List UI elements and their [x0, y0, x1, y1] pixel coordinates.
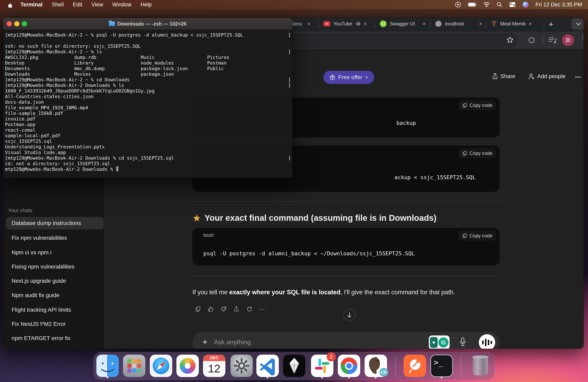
grammarly-extension-badge[interactable]: G	[429, 335, 450, 349]
tab-label: Swagger UI	[390, 21, 415, 27]
sidebar-chat-item[interactable]: Fixing npm vulnerabilities	[6, 261, 104, 273]
terminal-line: [mtp129@Mowebs-MacBook-Air-2 Downloads %…	[5, 82, 124, 88]
terminal-line: react-comal	[5, 127, 35, 133]
tab-localhost[interactable]: localhost ×	[435, 18, 482, 30]
safari-app-icon[interactable]	[150, 355, 172, 377]
conversation-more-icon[interactable]: •••	[575, 75, 581, 80]
copy-code-button[interactable]: Copy code	[459, 100, 496, 110]
folder-icon	[109, 21, 115, 26]
calendar-app-icon[interactable]: DEC 12	[203, 355, 225, 377]
tab-search-chevron-button[interactable]	[571, 18, 584, 30]
sidebar-chat-item[interactable]: Fix npm vulnerabilities	[6, 232, 104, 244]
menu-app-name[interactable]: Terminal	[21, 1, 42, 8]
tab-close-icon[interactable]: ×	[422, 21, 425, 27]
free-offer-label: Free offer	[338, 74, 362, 80]
tab-separator	[544, 22, 544, 28]
tab-security[interactable]: Secu ×	[291, 18, 310, 30]
code-fragment: ackup < ssjc_15SEPT25.SQL	[394, 174, 476, 180]
menu-clock[interactable]: Fri 12 Dec 3:35 PM	[535, 1, 582, 8]
apple-menu-icon[interactable]	[7, 1, 12, 8]
postman-app-icon[interactable]	[404, 355, 426, 377]
browser-profile-avatar[interactable]: D	[562, 34, 574, 46]
spotlight-search-icon[interactable]	[497, 2, 502, 7]
sidebar-chat-item[interactable]: Fix NestJS PM2 Error	[6, 318, 104, 330]
copy-message-icon[interactable]	[195, 305, 208, 313]
sidebar-chat-item[interactable]: npm ETARGET error fix	[6, 332, 104, 344]
tab-audio-icon[interactable]	[356, 21, 361, 26]
tab-close-icon[interactable]: ×	[479, 21, 482, 27]
tab-close-icon[interactable]: ×	[529, 21, 532, 27]
copy-code-button[interactable]: Copy code	[459, 148, 496, 158]
terminal-title-bar[interactable]: Downloads — -zsh — 102×26	[3, 18, 293, 30]
menu-item-view[interactable]: View	[91, 1, 103, 8]
now-playing-icon[interactable]	[455, 1, 461, 8]
new-tab-button[interactable]: +	[549, 19, 554, 29]
sidebar-chat-item[interactable]: Flight tracking API limits	[6, 304, 104, 316]
extensions-puzzle-icon[interactable]	[527, 36, 536, 44]
terminal-cursor	[116, 166, 118, 171]
grammarly-correct-icon	[430, 337, 438, 348]
tab-label: localhost	[445, 21, 464, 27]
composer-placeholder[interactable]: Ask anything	[214, 339, 251, 346]
sidebar-chat-item[interactable]: Npm ci vs npm i	[6, 246, 104, 259]
star-icon: ★	[192, 212, 201, 224]
terminal-mark: ]	[288, 82, 291, 88]
siri-icon[interactable]	[523, 1, 529, 8]
copy-code-label: Copy code	[469, 151, 492, 156]
share-button[interactable]: Share	[492, 73, 515, 80]
assistant-paragraph: If you tell me exactly where your SQL fi…	[192, 289, 455, 296]
sidebar-chat-item[interactable]: Next.js upgrade guide	[6, 275, 104, 287]
terminal-line: [mtp129@Mowebs-MacBook-Air-2 ~ % ls	[5, 49, 102, 55]
trash-icon[interactable]	[469, 355, 492, 377]
share-label: Share	[500, 73, 515, 79]
terminal-body[interactable]: [mtp129@Mowebs-MacBook-Air-2 ~ % psql -U…	[3, 30, 293, 178]
launchpad-app-icon[interactable]	[123, 355, 146, 377]
grammarly-g-icon: G	[438, 337, 448, 347]
tab-label: YouTube	[333, 21, 352, 27]
tab-close-icon[interactable]: ×	[364, 21, 367, 27]
tab-close-icon[interactable]: ×	[307, 21, 310, 27]
scroll-to-bottom-button[interactable]	[343, 309, 356, 321]
wifi-icon[interactable]	[483, 2, 490, 7]
system-settings-app-icon[interactable]	[231, 355, 253, 377]
menu-item-shell[interactable]: Shell	[52, 1, 64, 8]
free-offer-pill[interactable]: Free offer ×	[323, 71, 374, 84]
finder-app-icon[interactable]	[96, 355, 119, 377]
sidebar-chat-item[interactable]: Npm audit fix guide	[6, 289, 104, 302]
terminal-line: 1000_F_1433932649_J0pueOORFc6d5bnkK7tqLo…	[5, 88, 155, 94]
menu-item-window[interactable]: Window	[112, 1, 131, 8]
free-offer-close-icon[interactable]: ×	[365, 74, 368, 80]
bookmark-star-icon[interactable]	[506, 36, 514, 44]
browser-menu-kebab-icon[interactable]: ⋮	[580, 35, 584, 38]
thumbs-up-icon[interactable]	[208, 305, 221, 313]
regenerate-icon[interactable]	[246, 305, 259, 313]
slack-app-icon[interactable]: 2	[311, 355, 333, 377]
copy-code-button[interactable]: Copy code	[459, 231, 496, 241]
dbeaver-app-icon[interactable]: CE	[365, 355, 387, 377]
chrome-app-icon[interactable]	[338, 355, 360, 377]
terminal-app-icon[interactable]: >_	[430, 355, 453, 377]
sidebar-chat-item[interactable]: Database dump instructions	[6, 217, 104, 229]
vscode-app-icon[interactable]	[256, 355, 279, 377]
add-people-button[interactable]: Add people	[528, 73, 566, 80]
origami-gem-app-icon[interactable]	[283, 355, 305, 377]
tab-youtube[interactable]: YouTube ×	[323, 18, 367, 30]
message-more-icon[interactable]: ⋯	[259, 305, 272, 313]
battery-icon[interactable]	[468, 2, 477, 7]
tab-meat-members[interactable]: Meat Memb ×	[491, 18, 532, 30]
composer[interactable]: + Ask anything G	[192, 332, 500, 349]
tab-swagger[interactable]: {;} Swagger UI ×	[380, 18, 426, 30]
dictate-mic-icon[interactable]	[459, 337, 466, 347]
control-center-icon[interactable]	[509, 2, 516, 7]
share-message-icon[interactable]	[233, 305, 246, 313]
photos-app-icon[interactable]	[176, 355, 199, 377]
terminal-mark: ]	[288, 32, 291, 38]
sidebar-profile-row[interactable]: D Darshit Dandn... Free Upgrade	[7, 348, 100, 349]
voice-mode-button[interactable]	[479, 334, 495, 349]
thumbs-down-icon[interactable]	[221, 305, 233, 313]
menu-item-edit[interactable]: Edit	[73, 1, 83, 8]
menu-item-help[interactable]: Help	[141, 1, 152, 8]
media-queue-icon[interactable]	[549, 37, 557, 44]
attach-plus-icon[interactable]: +	[202, 337, 208, 347]
running-indicator	[348, 377, 350, 378]
